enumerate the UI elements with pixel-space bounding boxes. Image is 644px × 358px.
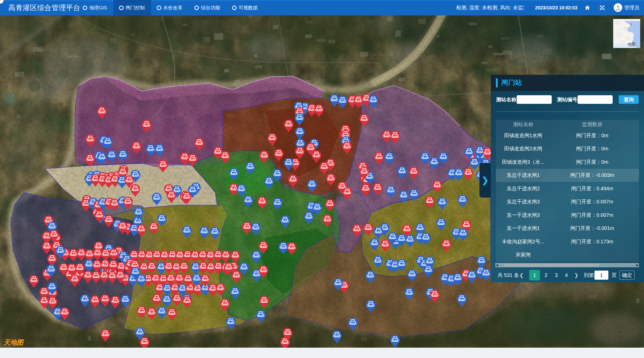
svg-text:地图: 地图 bbox=[627, 42, 636, 46]
